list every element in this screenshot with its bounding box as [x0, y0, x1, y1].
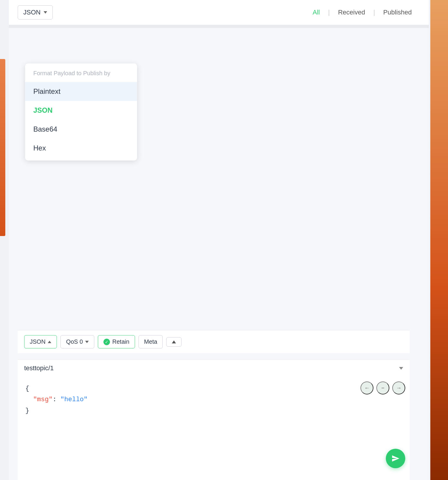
dropdown-item-json[interactable]: JSON: [25, 101, 137, 120]
back-icon: ←: [364, 385, 370, 391]
left-accent: [0, 59, 5, 236]
dropdown-label: Format Payload to Publish by: [25, 63, 137, 82]
send-icon: [391, 454, 400, 463]
send-button[interactable]: [386, 449, 405, 468]
code-value: "hello": [60, 396, 88, 403]
tab-received[interactable]: Received: [330, 7, 373, 18]
chevron-down-icon: [44, 11, 47, 14]
code-line-2: "msg": "hello": [25, 394, 402, 405]
chevron-up-icon: [48, 341, 51, 343]
qos-label: QoS 0: [66, 338, 83, 345]
collapse-button[interactable]: [166, 337, 182, 347]
code-actions: ← − →: [360, 381, 405, 394]
format-dropdown-label: JSON: [23, 9, 41, 16]
format-dropdown-button[interactable]: JSON: [18, 5, 53, 19]
forward-button[interactable]: →: [392, 381, 405, 394]
topic-bar: testtopic/1: [18, 359, 410, 377]
code-line-3: }: [25, 405, 402, 416]
code-key: "msg": [33, 396, 52, 403]
meta-button[interactable]: Meta: [139, 335, 163, 348]
minus-icon: −: [381, 385, 385, 391]
main-panel: JSON All | Received | Published Format P…: [9, 0, 429, 480]
retain-check-icon: ✓: [103, 339, 110, 345]
triangle-up-icon: [172, 340, 176, 343]
json-format-button[interactable]: JSON: [24, 335, 57, 348]
code-editor[interactable]: { "msg": "hello" }: [18, 377, 410, 480]
qos-button[interactable]: QoS 0: [60, 335, 94, 348]
topic-chevron-icon: [399, 367, 403, 370]
bottom-toolbar: JSON QoS 0 ✓ Retain Meta: [18, 330, 410, 353]
format-dropdown-menu: Format Payload to Publish by Plaintext J…: [25, 63, 137, 160]
meta-label: Meta: [144, 338, 157, 345]
tab-published[interactable]: Published: [375, 7, 420, 18]
top-bar: JSON All | Received | Published: [9, 0, 429, 25]
dropdown-item-plaintext[interactable]: Plaintext: [25, 82, 137, 101]
retain-button[interactable]: ✓ Retain: [98, 335, 135, 348]
retain-label: Retain: [112, 338, 129, 345]
tab-all[interactable]: All: [304, 7, 328, 18]
filter-tabs: All | Received | Published: [304, 7, 420, 18]
json-format-label: JSON: [30, 338, 45, 345]
dropdown-item-hex[interactable]: Hex: [25, 139, 137, 158]
forward-icon: →: [396, 385, 401, 391]
code-line-1: {: [25, 383, 402, 394]
content-area: Format Payload to Publish by Plaintext J…: [9, 28, 429, 235]
right-accent: [430, 0, 448, 480]
separator: [9, 25, 429, 28]
topic-text: testtopic/1: [24, 364, 54, 372]
qos-chevron-icon: [85, 341, 89, 343]
minus-button[interactable]: −: [376, 381, 389, 394]
back-button[interactable]: ←: [360, 381, 373, 394]
dropdown-item-base64[interactable]: Base64: [25, 120, 137, 139]
